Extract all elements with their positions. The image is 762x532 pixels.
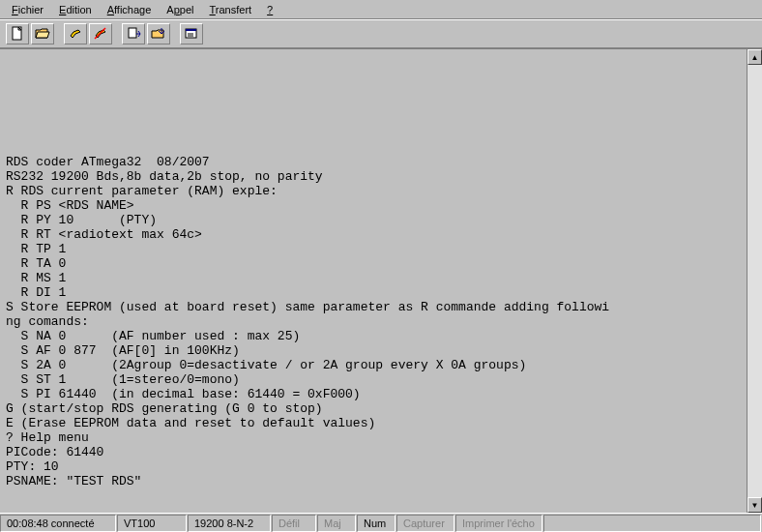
call-button[interactable] [64,23,87,44]
svg-line-1 [95,28,105,39]
status-num: Num [357,515,396,532]
status-time: 00:08:48 connecté [0,515,116,532]
open-button[interactable] [31,23,54,44]
send-icon [126,26,141,42]
menu-help[interactable]: ? [259,2,280,17]
status-echo: Imprimer l'écho [455,515,542,532]
disconnect-button[interactable] [89,23,112,44]
new-file-icon [10,26,25,42]
menu-transfer-label: ransfert [216,4,251,15]
menu-call-label: pel [180,4,194,15]
svg-rect-4 [186,29,196,31]
call-icon [68,26,83,42]
properties-icon [184,26,199,42]
status-scroll: Défil [272,515,316,532]
svg-rect-2 [129,28,136,38]
send-button[interactable] [122,23,145,44]
new-button[interactable] [6,23,29,44]
open-file-icon [35,26,50,42]
status-port: 19200 8-N-2 [188,515,271,532]
toolbar [0,19,762,48]
menu-file-label: ichier [18,4,44,15]
menu-edit[interactable]: Edition [51,2,100,17]
vertical-scrollbar[interactable]: ▲ ▼ [747,49,762,513]
menu-view-label: ffichage [114,4,151,15]
menu-bar: Fichier Edition Affichage Appel Transfer… [0,0,762,19]
scroll-up-button[interactable]: ▲ [747,49,762,65]
properties-button[interactable] [180,23,203,44]
menu-edit-label: dition [66,4,91,15]
status-bar: 00:08:48 connecté VT100 19200 8-N-2 Défi… [0,513,762,532]
terminal-output[interactable]: RDS coder ATmega32 08/2007 RS232 19200 B… [0,49,747,513]
menu-help-label: ? [267,4,273,15]
scroll-down-button[interactable]: ▼ [747,497,762,513]
status-caps: Maj [317,515,356,532]
menu-file[interactable]: Fichier [4,2,51,17]
receive-icon [151,26,166,42]
scroll-track[interactable] [747,65,762,497]
menu-transfer[interactable]: Transfert [202,2,260,17]
status-capture: Capturer [396,515,454,532]
receive-button[interactable] [147,23,170,44]
status-filler [543,515,761,532]
menu-call[interactable]: Appel [159,2,201,17]
terminal-area: RDS coder ATmega32 08/2007 RS232 19200 B… [0,48,762,513]
disconnect-icon [93,26,108,42]
status-emulation: VT100 [117,515,187,532]
menu-view[interactable]: Affichage [100,2,160,17]
